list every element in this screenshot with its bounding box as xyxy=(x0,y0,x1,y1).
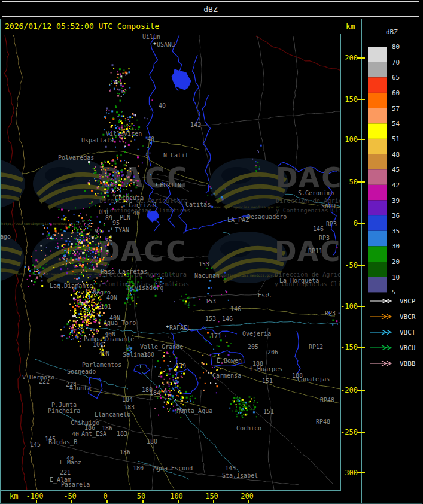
map-label: 180 xyxy=(133,465,144,472)
map-label: Punta_Agua xyxy=(176,408,212,415)
map-label: Parlamentos xyxy=(82,362,121,368)
map-label: 171 xyxy=(211,333,221,339)
map-label: RP48 xyxy=(316,418,330,425)
map-label: Sta.Isabel xyxy=(222,472,258,479)
map-label: 40N xyxy=(109,315,120,321)
legend-swatch xyxy=(368,62,387,78)
map-label: 4Junta xyxy=(69,385,91,391)
legend-swatch xyxy=(368,108,387,124)
legend-stop-label: 30 xyxy=(392,242,400,250)
map-label: 40N xyxy=(99,350,109,357)
map-label: 146 xyxy=(222,315,233,322)
map-label: 153 xyxy=(205,315,216,322)
map-label: 151 xyxy=(263,408,274,415)
map-label: 142 xyxy=(190,122,201,128)
legend-stop-label: 51 xyxy=(392,135,400,143)
map-label: 179 xyxy=(175,363,186,369)
map-label: 221 xyxy=(60,469,71,476)
watermark-url: http://www.contingencias.mendoza.gov.ar xyxy=(1,221,81,226)
legend-stop-label: 54 xyxy=(392,120,400,127)
legend-swatch xyxy=(368,201,387,216)
legend-stop-label: 57 xyxy=(392,105,400,113)
map-label: 188 xyxy=(292,372,303,379)
legend-stop-label: 39 xyxy=(392,197,400,205)
legend-swatch xyxy=(368,123,387,139)
legend-swatch xyxy=(368,154,387,170)
map-label: LA_PAZ xyxy=(227,217,249,224)
legend-swatch xyxy=(368,277,387,293)
vector-label: VBCT xyxy=(400,329,416,336)
legend-stop-label: 5 xyxy=(392,289,396,296)
legend-stop-label: 48 xyxy=(392,151,400,159)
x-axis-tick-label: 150 xyxy=(205,492,218,500)
map-label: 180 xyxy=(147,438,157,445)
map-label: 205 xyxy=(248,344,258,350)
legend-swatch xyxy=(368,93,387,108)
map-label: 146 xyxy=(313,226,324,232)
y-axis-tick-label: -100 xyxy=(340,302,358,311)
map-label: 40 xyxy=(66,455,74,462)
legend-stop-label: 35 xyxy=(392,227,400,235)
legend-stop-label: 60 xyxy=(392,89,400,97)
station-marker-icon: + xyxy=(267,291,270,297)
y-axis-tick-label: 0 xyxy=(354,219,358,227)
map-label: Catitas xyxy=(185,201,211,208)
dbz-color-legend: dBZ807065605754514845423936353020105VBCP… xyxy=(368,28,416,368)
legend-stop-label: 80 xyxy=(392,43,400,51)
legend-swatch xyxy=(368,139,387,154)
map-label: 222 xyxy=(39,378,50,385)
y-axis-tick-label: 200 xyxy=(345,54,358,62)
y-axis-tick-label: -150 xyxy=(340,343,358,351)
map-label: Agua_Escond xyxy=(153,465,193,472)
map-label: 143 xyxy=(225,465,236,472)
map-label: 153 xyxy=(199,261,209,268)
map-label: ago xyxy=(0,233,11,240)
map-label: Uilun xyxy=(142,34,160,40)
watermark-url: www.contingencias.mendoza.gov.ar xyxy=(214,205,280,210)
y-axis-tick-label: -200 xyxy=(340,386,358,394)
map-label: RP48 xyxy=(320,397,334,403)
x-axis-tick-label: 50 xyxy=(137,492,145,500)
map-label: 180 xyxy=(144,351,154,358)
legend-swatch xyxy=(368,262,387,277)
map-label: RP3 xyxy=(325,310,336,317)
map-label: 40 xyxy=(147,136,154,142)
legend-stop-label: 20 xyxy=(392,258,400,266)
map-label: 188 xyxy=(252,360,263,367)
map-label: Desaguadero xyxy=(247,214,287,220)
map-label: 184 xyxy=(122,396,133,403)
map-label: 153 xyxy=(205,298,216,305)
map-label: 184 xyxy=(150,390,160,396)
map-label: Uspallata xyxy=(81,137,114,144)
map-label: E.Bowen xyxy=(217,357,242,364)
map-label: 40 xyxy=(159,102,166,109)
y-axis-tick-label: -250 xyxy=(340,428,358,436)
legend-swatch xyxy=(368,77,387,93)
legend-swatch xyxy=(368,246,387,262)
map-label: 40N xyxy=(106,294,117,301)
y-axis-tick-label: 150 xyxy=(345,95,358,104)
x-axis-tick-label: -50 xyxy=(63,492,77,500)
map-label: Carmensa xyxy=(212,372,241,379)
map-label: 95 xyxy=(112,220,120,226)
map-label: S.Geronimo xyxy=(298,190,334,196)
map-label: RP11 xyxy=(308,248,322,254)
legend-swatch xyxy=(368,47,387,62)
legend-stop-label: 42 xyxy=(392,181,400,189)
station-marker-icon: + xyxy=(139,363,142,369)
x-axis-unit: km xyxy=(10,492,18,500)
map-label: FORTIN xyxy=(160,182,181,189)
watermark-line1: Dirección de Agricultura xyxy=(276,197,364,205)
map-label: 183 xyxy=(124,404,135,411)
map-label: 151 xyxy=(262,378,273,384)
map-label: 206 xyxy=(267,349,278,356)
legend-stop-label: 65 xyxy=(392,74,400,81)
map-label: 40 xyxy=(72,431,79,438)
map-label: Bardas_B xyxy=(48,439,77,446)
vector-label: VBCU xyxy=(400,344,416,352)
map-label: Pincheira xyxy=(48,408,80,414)
radar-app-window: dBZ 2026/01/12 05:52:00 UTC Composite km… xyxy=(0,0,423,504)
map-label: Carrizal xyxy=(129,202,157,208)
map-label: RAFAEL xyxy=(169,324,191,331)
station-marker-icon: + xyxy=(153,40,157,46)
